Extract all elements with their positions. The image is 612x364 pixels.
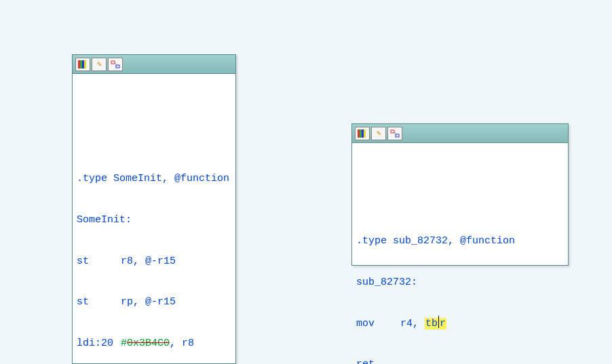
hex-value-struck: 0x3B4C0 <box>127 338 170 349</box>
text-cursor <box>438 316 439 328</box>
svg-rect-4 <box>111 61 115 64</box>
disassembly-window-left: ✎ .type SomeInit, @function SomeInit: st… <box>72 54 236 364</box>
highlighted-tbr-pre: tb <box>425 318 438 329</box>
svg-rect-8 <box>360 129 362 138</box>
svg-rect-2 <box>82 60 84 68</box>
graph-icon[interactable] <box>108 58 123 71</box>
type-directive: .type <box>77 173 113 184</box>
color-bar-icon[interactable] <box>75 58 90 71</box>
disassembly-content-right[interactable]: .type sub_82732, @function sub_82732: mo… <box>352 143 568 364</box>
operands: , r8 <box>170 338 194 349</box>
type-directive: .type <box>356 235 393 247</box>
svg-rect-9 <box>362 129 364 138</box>
mnemonic-mov: mov <box>356 317 400 331</box>
titlebar-left: ✎ <box>73 55 235 74</box>
operands: r8, @-r15 <box>121 256 176 267</box>
type-kind: , @function <box>448 235 515 247</box>
svg-rect-7 <box>358 129 360 138</box>
mnemonic-st: st <box>77 296 121 309</box>
svg-rect-3 <box>84 60 86 68</box>
highlighted-tbr-post: r <box>439 318 446 329</box>
mnemonic-ldi: ldi:20 <box>77 337 121 350</box>
edit-icon[interactable]: ✎ <box>371 127 386 140</box>
graph-icon[interactable] <box>387 127 402 140</box>
color-bar-icon[interactable] <box>355 127 370 140</box>
svg-rect-0 <box>78 60 80 68</box>
label-sub82732: sub_82732: <box>356 277 417 288</box>
svg-rect-11 <box>391 130 394 133</box>
disassembly-content-left[interactable]: .type SomeInit, @function SomeInit: str8… <box>73 74 235 364</box>
disassembly-window-right: ✎ .type sub_82732, @function sub_82732: … <box>351 123 569 266</box>
type-kind: , @function <box>162 173 229 184</box>
func-name: SomeInit <box>113 173 162 184</box>
operand-r4: r4, <box>400 318 425 329</box>
svg-rect-1 <box>80 60 82 68</box>
mnemonic-ret: ret <box>356 358 400 364</box>
titlebar-right: ✎ <box>352 124 568 143</box>
operands: rp, @-r15 <box>121 296 176 308</box>
svg-rect-10 <box>364 129 366 138</box>
hash: # <box>121 338 127 349</box>
mnemonic-st: st <box>77 255 121 268</box>
func-name: sub_82732 <box>393 235 448 247</box>
label-someinit: SomeInit: <box>77 214 132 226</box>
edit-icon[interactable]: ✎ <box>92 58 107 71</box>
